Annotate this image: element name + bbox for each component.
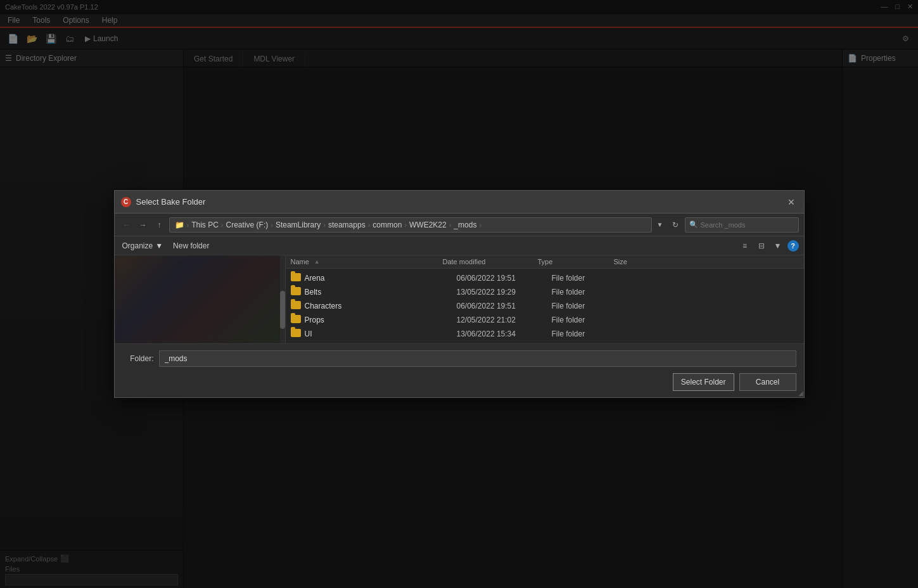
- breadcrumb-steamlibrary[interactable]: SteamLibrary: [276, 220, 321, 229]
- view-details-button[interactable]: ⊟: [755, 239, 768, 253]
- file-type: File folder: [552, 288, 628, 297]
- table-row[interactable]: Props 12/05/2022 21:02 File folder: [286, 313, 804, 327]
- breadcrumb-wwe2k22[interactable]: WWE2K22: [409, 220, 447, 229]
- folder-row: Folder:: [122, 350, 796, 367]
- col-type-header[interactable]: Type: [538, 258, 614, 265]
- file-date: 06/06/2022 19:51: [457, 302, 552, 310]
- left-scrollbar[interactable]: [280, 255, 285, 343]
- file-date: 06/06/2022 19:51: [457, 274, 552, 283]
- nav-dropdown-button[interactable]: ▼: [654, 217, 666, 233]
- folder-icon: [291, 287, 301, 297]
- dialog-title-left: C Select Bake Folder: [121, 197, 206, 207]
- left-panel: [115, 255, 286, 343]
- new-folder-button[interactable]: New folder: [170, 240, 212, 252]
- dialog-overlay: C Select Bake Folder ✕ ← → ↑ 📁 › This PC…: [0, 0, 918, 588]
- breadcrumb-creative[interactable]: Creative (F:): [226, 220, 269, 229]
- nav-forward-button[interactable]: →: [136, 218, 150, 232]
- dialog-footer: Folder: Select Folder Cancel: [115, 343, 804, 397]
- folder-icon: [291, 329, 301, 339]
- view-list-button[interactable]: ≡: [738, 239, 752, 253]
- file-name: Arena: [305, 274, 457, 283]
- file-name: Props: [305, 316, 457, 324]
- dialog-title: Select Bake Folder: [136, 197, 206, 207]
- organize-label: Organize: [122, 241, 153, 250]
- dialog-file-toolbar: Organize ▼ New folder ≡ ⊟ ▼ ?: [115, 236, 804, 255]
- file-type: File folder: [552, 302, 628, 310]
- view-toggle: ≡ ⊟ ▼ ?: [738, 239, 799, 253]
- nav-search-bar: 🔍: [685, 217, 799, 233]
- search-input[interactable]: [701, 221, 794, 229]
- table-row[interactable]: Characters 06/06/2022 19:51 File folder: [286, 299, 804, 313]
- left-panel-content: [115, 255, 285, 343]
- breadcrumb-steamapps[interactable]: steamapps: [328, 220, 366, 229]
- folder-input[interactable]: [159, 350, 796, 367]
- file-date: 12/05/2022 21:02: [457, 316, 552, 324]
- folder-icon: [291, 273, 301, 283]
- nav-up-button[interactable]: ↑: [153, 218, 167, 232]
- folder-label: Folder:: [122, 354, 154, 363]
- file-name: Characters: [305, 302, 457, 310]
- col-name-header[interactable]: Name ▲: [291, 258, 443, 265]
- breadcrumb-folder-icon: 📁: [175, 220, 184, 229]
- file-name: UI: [305, 329, 457, 338]
- file-type: File folder: [552, 329, 628, 338]
- breadcrumb-mods[interactable]: _mods: [454, 220, 476, 229]
- search-icon: 🔍: [689, 220, 698, 229]
- file-type: File folder: [552, 274, 628, 283]
- col-date-header[interactable]: Date modified: [443, 258, 538, 265]
- table-row[interactable]: Arena 06/06/2022 19:51 File folder: [286, 271, 804, 285]
- file-browser: Name ▲ Date modified Type Size: [115, 255, 804, 343]
- folder-icon: [291, 315, 301, 325]
- button-row: Select Folder Cancel: [122, 373, 796, 391]
- cancel-button[interactable]: Cancel: [739, 373, 796, 391]
- file-list-body: Arena 06/06/2022 19:51 File folder Belts…: [286, 269, 804, 343]
- dialog-close-button[interactable]: ✕: [785, 196, 798, 208]
- file-list-header: Name ▲ Date modified Type Size: [286, 255, 804, 269]
- organize-arrow-icon: ▼: [155, 241, 163, 250]
- table-row[interactable]: Belts 13/05/2022 19:29 File folder: [286, 285, 804, 299]
- breadcrumb-bar: 📁 › This PC › Creative (F:) › SteamLibra…: [169, 217, 652, 233]
- left-scrollbar-thumb[interactable]: [280, 291, 285, 329]
- file-type: File folder: [552, 316, 628, 324]
- breadcrumb-common[interactable]: common: [373, 220, 402, 229]
- left-panel-tree-visual: [115, 255, 285, 343]
- dialog-app-icon: C: [121, 197, 131, 207]
- file-name: Belts: [305, 288, 457, 297]
- view-dropdown-button[interactable]: ▼: [771, 239, 785, 253]
- nav-back-button[interactable]: ←: [120, 218, 134, 232]
- resize-handle[interactable]: [796, 390, 804, 397]
- dialog-title-bar: C Select Bake Folder ✕: [115, 191, 804, 214]
- breadcrumb-this-pc[interactable]: This PC: [191, 220, 219, 229]
- select-folder-button[interactable]: Select Folder: [673, 373, 734, 391]
- help-button[interactable]: ?: [787, 240, 799, 252]
- table-row[interactable]: UI 13/06/2022 15:34 File folder: [286, 327, 804, 341]
- organize-button[interactable]: Organize ▼: [120, 240, 166, 252]
- folder-icon: [291, 301, 301, 311]
- col-size-header[interactable]: Size: [614, 258, 665, 265]
- nav-bar: ← → ↑ 📁 › This PC › Creative (F:) › Stea…: [115, 214, 804, 236]
- file-date: 13/05/2022 19:29: [457, 288, 552, 297]
- nav-refresh-button[interactable]: ↻: [668, 218, 682, 232]
- file-date: 13/06/2022 15:34: [457, 329, 552, 338]
- right-panel: Name ▲ Date modified Type Size: [286, 255, 804, 343]
- select-bake-folder-dialog: C Select Bake Folder ✕ ← → ↑ 📁 › This PC…: [114, 190, 805, 398]
